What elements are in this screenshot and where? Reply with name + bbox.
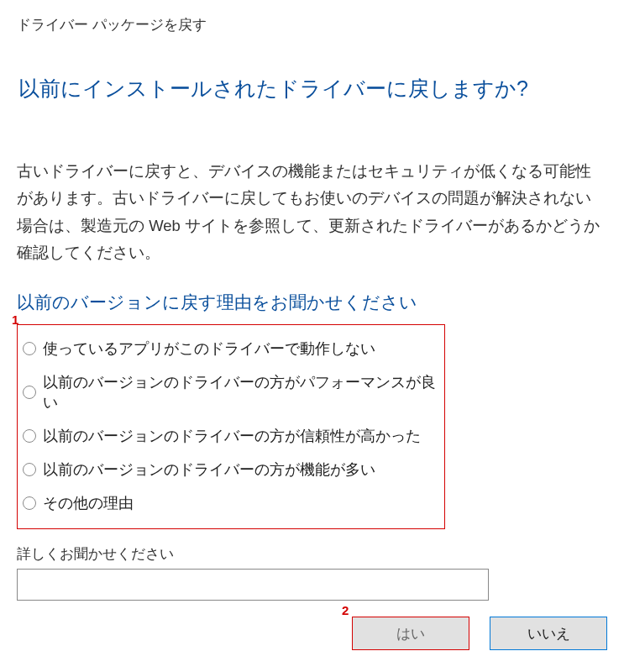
main-heading: 以前にインストールされたドライバーに戻しますか? — [18, 75, 607, 102]
radio-label: その他の理由 — [43, 493, 134, 513]
no-button[interactable]: いいえ — [490, 617, 607, 650]
radio-icon — [23, 386, 36, 399]
radio-icon — [23, 342, 36, 355]
reason-option-app-not-working[interactable]: 使っているアプリがこのドライバーで動作しない — [21, 332, 441, 365]
radio-icon — [23, 496, 36, 510]
details-input[interactable] — [17, 569, 489, 601]
yes-button[interactable]: はい — [352, 617, 469, 650]
radio-label: 以前のバージョンのドライバーの方が機能が多い — [43, 459, 375, 480]
annotation-marker-1: 1 — [12, 312, 18, 327]
details-label: 詳しくお聞かせください — [17, 544, 607, 564]
no-button-label: いいえ — [527, 624, 570, 643]
reason-radio-group: 使っているアプリがこのドライバーで動作しない 以前のバージョンのドライバーの方が… — [17, 324, 445, 529]
reason-option-more-reliable[interactable]: 以前のバージョンのドライバーの方が信頼性が高かった — [21, 419, 441, 453]
reason-heading: 以前のバージョンに戻す理由をお聞かせください — [17, 291, 607, 314]
window-title: ドライバー パッケージを戻す — [17, 15, 607, 34]
radio-label: 以前のバージョンのドライバーの方がパフォーマンスが良い — [43, 372, 439, 412]
radio-icon — [23, 463, 36, 476]
reason-option-other[interactable]: その他の理由 — [21, 486, 441, 520]
yes-button-label: はい — [396, 624, 425, 643]
button-row: 2 はい いいえ — [352, 617, 607, 650]
radio-label: 以前のバージョンのドライバーの方が信頼性が高かった — [43, 426, 421, 446]
radio-icon — [23, 429, 36, 443]
radio-label: 使っているアプリがこのドライバーで動作しない — [43, 339, 375, 359]
annotation-marker-2: 2 — [342, 603, 349, 617]
reason-option-more-features[interactable]: 以前のバージョンのドライバーの方が機能が多い — [21, 453, 441, 486]
description-text: 古いドライバーに戻すと、デバイスの機能またはセキュリティが低くなる可能性がありま… — [17, 158, 605, 267]
reason-option-better-performance[interactable]: 以前のバージョンのドライバーの方がパフォーマンスが良い — [21, 365, 441, 419]
